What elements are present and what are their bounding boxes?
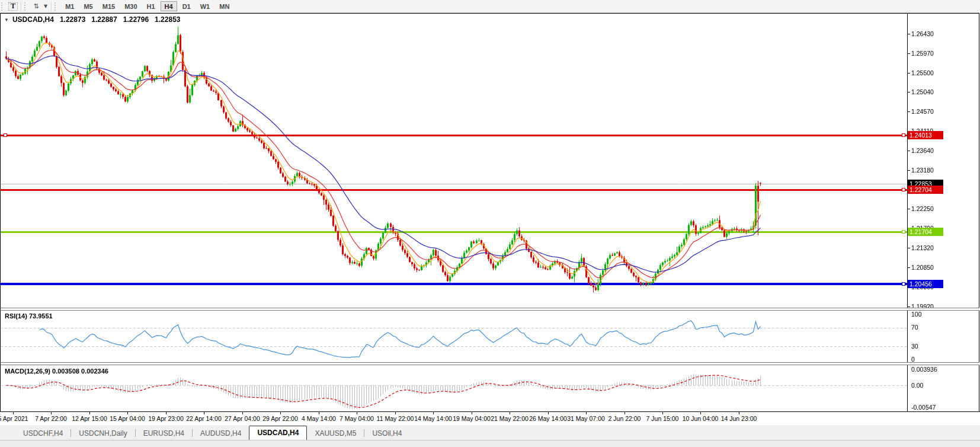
date-tick-label: 7 May 04:00 bbox=[340, 415, 374, 422]
date-tick-label: 15 Apr 04:00 bbox=[110, 415, 145, 422]
toolbar-grip[interactable] bbox=[55, 2, 59, 11]
date-tick-label: 5 Apr 2021 bbox=[0, 415, 28, 422]
date-tick-label: 11 May 22:00 bbox=[377, 415, 414, 422]
date-tick-label: 19 Apr 23:00 bbox=[148, 415, 184, 422]
price-tick-mark bbox=[908, 34, 910, 34]
date-axis[interactable]: 5 Apr 20217 Apr 22:0012 Apr 15:0015 Apr … bbox=[0, 412, 980, 424]
toolbar: T ⇅ ▼ M1 M5 M15 M30 H1 H4 D1 W1 MN bbox=[0, 0, 980, 13]
date-tick-label: 26 May 14:00 bbox=[529, 415, 567, 422]
price-tick-mark bbox=[908, 111, 910, 112]
price-tick-label: 1.22250 bbox=[911, 205, 934, 212]
date-tick-mark bbox=[662, 412, 663, 414]
timeframe-d1-button[interactable]: D1 bbox=[178, 1, 195, 11]
date-tick-label: 21 May 22:00 bbox=[491, 415, 529, 422]
toolbar-separator bbox=[51, 2, 52, 11]
date-tick-mark bbox=[739, 412, 739, 414]
date-tick-mark bbox=[433, 412, 434, 414]
high-value: 1.22887 bbox=[91, 15, 117, 24]
timeframe-m15-button[interactable]: M15 bbox=[98, 1, 119, 11]
timeframe-m5-button[interactable]: M5 bbox=[79, 1, 97, 11]
timeframe-h1-button[interactable]: H1 bbox=[143, 1, 159, 11]
toolbar-grip[interactable] bbox=[24, 2, 28, 11]
level-badge-1-20456: 1.20456 bbox=[908, 280, 943, 288]
sort-arrows-icon: ⇅ bbox=[33, 2, 39, 10]
date-tick-mark bbox=[127, 412, 128, 414]
date-tick-label: 31 May 07:00 bbox=[567, 415, 605, 422]
tile-windows-button[interactable]: ⇅ bbox=[30, 1, 42, 12]
collapse-arrow-icon[interactable]: ▼ bbox=[4, 17, 9, 23]
chart-tab-bar: USDCHF,H4 USDCNH,Daily EURUSD,H4 AUDUSD,… bbox=[0, 425, 980, 440]
level-badge-1-24013: 1.24013 bbox=[908, 131, 943, 139]
price-tick-mark bbox=[908, 209, 910, 209]
date-tick-label: 29 Apr 22:00 bbox=[262, 415, 298, 422]
date-tick-label: 10 Jun 04:00 bbox=[683, 415, 719, 422]
date-tick-mark bbox=[548, 412, 549, 414]
date-axis-separator bbox=[0, 411, 980, 412]
low-value: 1.22796 bbox=[123, 15, 149, 24]
timeframe-m1-button[interactable]: M1 bbox=[61, 1, 78, 11]
price-tick-mark bbox=[908, 248, 910, 248]
toolbar-separator bbox=[21, 2, 21, 11]
date-tick-label: 19 May 04:00 bbox=[453, 415, 491, 422]
price-tick-mark bbox=[908, 53, 910, 54]
date-tick-label: 22 Apr 14:00 bbox=[186, 415, 222, 422]
date-tick-mark bbox=[586, 412, 587, 414]
tab-usdcad-h4[interactable]: USDCAD,H4 bbox=[249, 426, 307, 440]
date-tick-label: 7 Apr 22:00 bbox=[35, 415, 67, 422]
tab-audusd-h4[interactable]: AUDUSD,H4 bbox=[193, 427, 249, 440]
trendline-handle[interactable] bbox=[902, 188, 905, 191]
date-tick-mark bbox=[624, 412, 625, 414]
axis-separator-vertical bbox=[907, 13, 908, 411]
price-tick-mark bbox=[908, 267, 910, 268]
date-tick-label: 27 Apr 04:00 bbox=[225, 415, 260, 422]
timeframe-w1-button[interactable]: W1 bbox=[196, 1, 214, 11]
date-tick-mark bbox=[51, 412, 52, 414]
date-tick-label: 4 May 14:00 bbox=[302, 415, 336, 422]
price-tick-mark bbox=[908, 92, 910, 92]
date-tick-label: 14 Jun 23:00 bbox=[721, 415, 757, 422]
macd-label: MACD(12,26,9) 0.003508 0.002346 bbox=[5, 368, 108, 375]
timeframe-h4-button[interactable]: H4 bbox=[161, 1, 177, 11]
price-tick-label: 1.23180 bbox=[911, 167, 934, 174]
price-tick-label: 1.24570 bbox=[911, 108, 934, 115]
trendline-handle[interactable] bbox=[902, 133, 905, 137]
price-tick-label: 1.25500 bbox=[911, 69, 934, 76]
tab-usdchf-h4[interactable]: USDCHF,H4 bbox=[15, 427, 71, 440]
text-tool-button[interactable]: T bbox=[7, 1, 19, 12]
trendline-handle[interactable] bbox=[4, 133, 7, 137]
toolbar-dropdown-caret[interactable]: ▼ bbox=[42, 1, 49, 12]
price-tick-mark bbox=[908, 306, 910, 307]
date-tick-mark bbox=[319, 412, 319, 414]
date-tick-mark bbox=[510, 412, 510, 414]
chart-title: ▼ USDCAD,H4 1.22873 1.22887 1.22796 1.22… bbox=[4, 15, 181, 24]
tab-eurusd-h4[interactable]: EURUSD,H4 bbox=[136, 427, 192, 440]
price-tick-mark bbox=[908, 170, 910, 171]
date-tick-mark bbox=[242, 412, 243, 414]
tab-usdcnh-daily[interactable]: USDCNH,Daily bbox=[71, 427, 134, 440]
trendline-handle[interactable] bbox=[902, 230, 905, 234]
date-tick-mark bbox=[357, 412, 357, 414]
date-tick-label: 7 Jun 15:00 bbox=[646, 415, 679, 422]
date-tick-mark bbox=[13, 412, 14, 414]
date-tick-mark bbox=[89, 412, 90, 414]
trendline-handle[interactable] bbox=[902, 282, 905, 286]
rsi-pane-splitter[interactable] bbox=[1, 308, 979, 311]
date-tick-mark bbox=[280, 412, 281, 414]
date-tick-label: 2 Jun 22:00 bbox=[609, 415, 641, 422]
tab-xauusd-m5[interactable]: XAUUSD,M5 bbox=[307, 427, 364, 440]
macd-pane-splitter[interactable] bbox=[1, 362, 979, 365]
tab-usoil-h4[interactable]: USOil,H4 bbox=[364, 427, 409, 440]
price-axis[interactable]: 1.264301.259701.255001.250401.245701.241… bbox=[908, 13, 979, 411]
timeframe-m30-button[interactable]: M30 bbox=[120, 1, 141, 11]
level-badge-1-21704: 1.21704 bbox=[908, 228, 943, 236]
rsi-label: RSI(14) 73.9551 bbox=[5, 312, 53, 320]
timeframe-mn-button[interactable]: MN bbox=[215, 1, 233, 11]
symbol-period-label: USDCAD,H4 bbox=[12, 15, 54, 24]
price-tick-label: 1.25040 bbox=[911, 88, 934, 95]
date-tick-mark bbox=[204, 412, 204, 414]
date-tick-mark bbox=[700, 412, 701, 414]
price-tick-label: 1.23640 bbox=[911, 147, 934, 154]
close-value: 1.22853 bbox=[155, 15, 180, 24]
toolbar-grip[interactable] bbox=[1, 2, 5, 11]
chart-canvas[interactable] bbox=[0, 0, 980, 447]
